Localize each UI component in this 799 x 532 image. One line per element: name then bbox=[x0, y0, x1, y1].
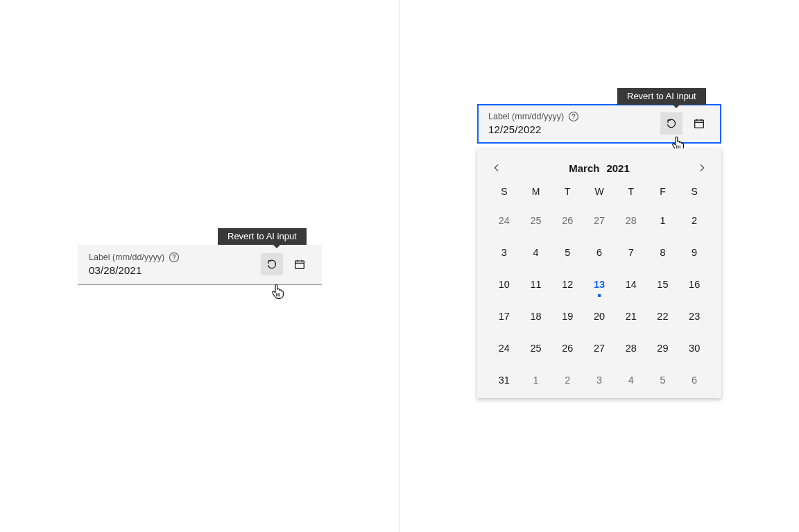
revert-tooltip: Revert to AI input bbox=[218, 228, 307, 245]
help-icon[interactable] bbox=[568, 111, 579, 122]
calendar-weekday: S bbox=[488, 186, 520, 197]
calendar-day[interactable]: 21 bbox=[615, 308, 647, 325]
calendar-weekday: F bbox=[647, 186, 679, 197]
calendar-grid: SMTWTFS242526272812345678910111213141516… bbox=[488, 186, 710, 388]
svg-rect-5 bbox=[695, 120, 704, 128]
calendar-month-year[interactable]: March 2021 bbox=[569, 162, 630, 174]
calendar-day[interactable]: 27 bbox=[583, 212, 615, 229]
date-picker-value[interactable]: 03/28/2021 bbox=[89, 264, 255, 276]
calendar-day[interactable]: 19 bbox=[551, 308, 583, 325]
calendar-prev-month[interactable] bbox=[488, 160, 505, 176]
calendar-weekday: S bbox=[678, 186, 710, 197]
calendar-day[interactable]: 1 bbox=[647, 212, 679, 229]
calendar-day[interactable]: 24 bbox=[488, 340, 520, 357]
date-picker-open: Label (mm/dd/yyyy) 12/25/2022 bbox=[477, 104, 721, 144]
calendar-day[interactable]: 4 bbox=[615, 372, 647, 388]
calendar-day[interactable]: 24 bbox=[488, 212, 520, 229]
calendar-day[interactable]: 5 bbox=[647, 372, 679, 388]
calendar-weekday: W bbox=[583, 186, 615, 197]
calendar-day[interactable]: 14 bbox=[615, 276, 647, 293]
pane-divider bbox=[400, 0, 400, 532]
calendar-day[interactable]: 6 bbox=[678, 372, 710, 388]
calendar-day[interactable]: 30 bbox=[678, 340, 710, 357]
calendar-day[interactable]: 2 bbox=[678, 212, 710, 229]
calendar-day[interactable]: 1 bbox=[520, 372, 552, 388]
calendar-day[interactable]: 18 bbox=[520, 308, 552, 325]
calendar-day[interactable]: 7 bbox=[615, 244, 647, 261]
calendar-day[interactable]: 13 bbox=[583, 276, 615, 293]
svg-point-1 bbox=[173, 259, 174, 260]
calendar-weekday: T bbox=[551, 186, 583, 197]
calendar-day[interactable]: 17 bbox=[488, 308, 520, 325]
calendar-day[interactable]: 12 bbox=[551, 276, 583, 293]
calendar-day[interactable]: 6 bbox=[583, 244, 615, 261]
calendar-day[interactable]: 3 bbox=[488, 244, 520, 261]
calendar-year: 2021 bbox=[606, 162, 629, 174]
calendar-day[interactable]: 22 bbox=[647, 308, 679, 325]
calendar-day[interactable]: 29 bbox=[647, 340, 679, 357]
calendar-day[interactable]: 4 bbox=[520, 244, 552, 261]
date-picker-value[interactable]: 12/25/2022 bbox=[488, 123, 655, 135]
calendar-day[interactable]: 5 bbox=[551, 244, 583, 261]
cursor-pointer-icon bbox=[270, 283, 284, 300]
svg-rect-2 bbox=[295, 261, 304, 268]
calendar-icon-button[interactable] bbox=[688, 112, 710, 135]
calendar-icon-button[interactable] bbox=[289, 253, 311, 275]
calendar-month: March bbox=[569, 162, 599, 174]
calendar-day[interactable]: 3 bbox=[583, 372, 615, 388]
calendar-day[interactable]: 26 bbox=[551, 340, 583, 357]
calendar-popover: March 2021 SMTWTFS2425262728123456789101… bbox=[477, 148, 721, 398]
calendar-day[interactable]: 10 bbox=[488, 276, 520, 293]
calendar-day[interactable]: 28 bbox=[615, 340, 647, 357]
date-picker-label: Label (mm/dd/yyyy) bbox=[89, 252, 164, 262]
calendar-day[interactable]: 15 bbox=[647, 276, 679, 293]
calendar-day[interactable]: 31 bbox=[488, 372, 520, 388]
calendar-next-month[interactable] bbox=[694, 160, 710, 176]
calendar-day[interactable]: 28 bbox=[615, 212, 647, 229]
calendar-day[interactable]: 9 bbox=[678, 244, 710, 261]
svg-point-4 bbox=[573, 119, 574, 119]
date-picker-closed: Label (mm/dd/yyyy) 03/28/2021 bbox=[78, 245, 322, 285]
revert-tooltip: Revert to AI input bbox=[617, 88, 706, 105]
revert-to-ai-button[interactable] bbox=[660, 112, 682, 135]
calendar-day[interactable]: 25 bbox=[520, 212, 552, 229]
calendar-day[interactable]: 8 bbox=[647, 244, 679, 261]
calendar-weekday: M bbox=[520, 186, 552, 197]
calendar-day[interactable]: 2 bbox=[551, 372, 583, 388]
revert-to-ai-button[interactable] bbox=[261, 253, 283, 275]
help-icon[interactable] bbox=[169, 252, 180, 263]
calendar-day[interactable]: 20 bbox=[583, 308, 615, 325]
date-picker-label: Label (mm/dd/yyyy) bbox=[488, 112, 564, 121]
calendar-weekday: T bbox=[615, 186, 647, 197]
calendar-day[interactable]: 27 bbox=[583, 340, 615, 357]
calendar-day[interactable]: 26 bbox=[551, 212, 583, 229]
calendar-day[interactable]: 25 bbox=[520, 340, 552, 357]
calendar-day[interactable]: 16 bbox=[678, 276, 710, 293]
calendar-day[interactable]: 23 bbox=[678, 308, 710, 325]
calendar-day[interactable]: 11 bbox=[520, 276, 552, 293]
